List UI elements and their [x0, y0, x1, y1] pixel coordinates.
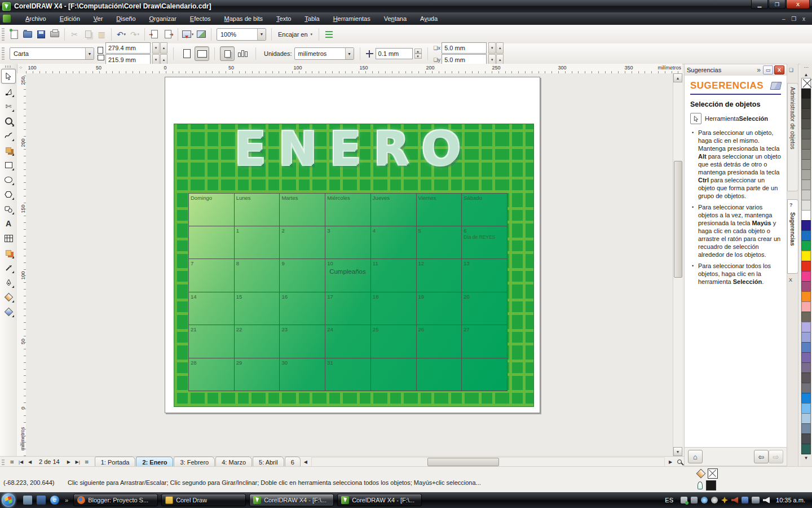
back-button[interactable]: ⇦	[754, 450, 769, 463]
restore-button[interactable]: ❐	[769, 0, 785, 9]
home-button[interactable]: ⌂	[688, 450, 703, 463]
first-page-button[interactable]: |◀	[16, 458, 25, 466]
color-swatch[interactable]	[801, 251, 811, 261]
color-swatch[interactable]	[801, 281, 811, 292]
color-swatch[interactable]	[801, 383, 811, 393]
smart-fill-tool[interactable]	[2, 143, 15, 157]
globe-icon[interactable]	[701, 497, 708, 503]
hscroll-left-arrow[interactable]: ◀	[301, 458, 310, 466]
color-swatch[interactable]	[801, 291, 811, 302]
zoom-tool[interactable]	[2, 114, 15, 128]
menu-ver[interactable]: Ver	[87, 14, 110, 24]
table-tool[interactable]	[2, 231, 15, 245]
docker-chevron-icon[interactable]: »	[757, 66, 761, 74]
horizontal-ruler[interactable]: 100 50 0 50 100 150 200 250 300 350 milí…	[26, 64, 682, 74]
ellipse-tool[interactable]	[2, 173, 15, 186]
vertical-scrollbar[interactable]: ▲ ▼	[673, 73, 682, 456]
drawing-canvas[interactable]: ENERO Domingo Lunes Martes Miércoles Jue…	[26, 73, 673, 456]
minimize-button[interactable]: ▁	[751, 0, 768, 9]
new-button[interactable]	[8, 28, 20, 41]
menu-ventana[interactable]: Ventana	[377, 14, 413, 24]
current-page-button[interactable]	[236, 47, 249, 60]
add-page-start-button[interactable]: ⊞	[7, 458, 16, 466]
close-button[interactable]: X	[786, 0, 810, 9]
page-tab-portada[interactable]: 1: Portada	[95, 457, 136, 467]
palette-scroll-down[interactable]: ▼	[804, 456, 809, 461]
sound-manager-icon[interactable]	[731, 497, 738, 503]
save-button[interactable]	[35, 28, 47, 41]
color-swatch[interactable]	[801, 149, 811, 160]
color-swatch[interactable]	[801, 342, 811, 353]
freehand-tool[interactable]	[2, 129, 15, 142]
color-swatch[interactable]	[801, 98, 811, 109]
tab-close-icon[interactable]: X	[789, 277, 792, 283]
color-swatch[interactable]	[801, 322, 811, 332]
taskbar-button-corel-folder[interactable]: Corel Draw	[161, 494, 246, 506]
color-swatch[interactable]	[801, 169, 811, 180]
color-swatch[interactable]	[801, 108, 811, 119]
menu-mapas-de-bits[interactable]: Mapas de bits	[218, 14, 270, 24]
scroll-up-arrow[interactable]: ▲	[673, 73, 682, 82]
color-swatch[interactable]	[801, 210, 811, 221]
hscroll-right-arrow[interactable]: ▶	[666, 458, 675, 466]
add-page-end-button[interactable]: ⊞	[82, 458, 91, 466]
color-swatch[interactable]	[801, 230, 811, 241]
wand-icon[interactable]	[721, 497, 728, 503]
paper-type-combo[interactable]: Carta ▼	[10, 47, 94, 60]
polygon-tool[interactable]	[2, 187, 15, 201]
paste-button[interactable]: ▥	[95, 28, 108, 41]
snap-to-dropdown[interactable]: Encajar en ▾	[275, 31, 316, 38]
export-button[interactable]	[162, 28, 174, 41]
ruler-origin[interactable]	[17, 64, 27, 74]
duplicate-x-field[interactable]: 5.0 mm	[442, 42, 487, 54]
messenger-icon[interactable]	[711, 497, 718, 503]
tab-administrador-de-objetos[interactable]: Administrador de objetos	[787, 83, 798, 191]
color-swatch[interactable]	[801, 119, 811, 129]
pick-tool[interactable]	[1, 69, 16, 84]
blend-tool[interactable]	[2, 246, 15, 260]
page-tab-enero[interactable]: 2: Enero	[136, 457, 173, 467]
calendar-table[interactable]: Domingo Lunes Martes Miércoles Jueves Vi…	[188, 193, 508, 391]
previous-page-button[interactable]: ◀	[25, 458, 34, 466]
cut-button[interactable]: ✂	[68, 28, 81, 41]
color-swatch[interactable]	[801, 301, 811, 312]
color-swatch[interactable]	[801, 393, 811, 404]
show-desktop-icon[interactable]	[23, 496, 32, 505]
landscape-button[interactable]	[195, 46, 209, 61]
rectangle-tool[interactable]	[2, 158, 15, 172]
page-tab-abril[interactable]: 5: Abril	[253, 457, 284, 467]
zoom-dropdown-arrow[interactable]: ▼	[257, 29, 266, 40]
paper-width-field[interactable]: 279.4 mm	[105, 42, 151, 54]
crop-tool[interactable]: ✄	[2, 99, 15, 113]
quick-launch-overflow-icon[interactable]: »	[65, 497, 68, 503]
pagebar-grip[interactable]	[2, 458, 5, 465]
fill-tool[interactable]	[2, 290, 15, 304]
print-button[interactable]	[48, 28, 61, 41]
language-indicator[interactable]: ES	[665, 497, 673, 503]
start-button[interactable]	[2, 493, 15, 507]
color-swatch[interactable]	[801, 271, 811, 282]
units-combo[interactable]: milímetros ▼	[294, 47, 354, 60]
taskbar-clock[interactable]: 10:35 a.m.	[776, 497, 805, 503]
taskbar-button-coreldraw-2[interactable]: CorelDRAW X4 - [F:\...	[337, 494, 422, 506]
scroll-down-arrow[interactable]: ▼	[673, 447, 682, 456]
menu-efectos[interactable]: Efectos	[183, 14, 218, 24]
color-swatch[interactable]	[801, 240, 811, 251]
palette-flyout-button[interactable]: ⋯	[804, 65, 809, 70]
undo-button[interactable]: ↶▾	[115, 28, 127, 41]
interactive-fill-tool[interactable]	[2, 305, 15, 318]
color-swatch[interactable]	[801, 332, 811, 343]
menu-tabla[interactable]: Tabla	[298, 14, 326, 24]
palette-scroll-up[interactable]: ▲	[804, 72, 809, 77]
page-tab-6[interactable]: 6	[285, 457, 301, 467]
corel-online-button[interactable]	[195, 28, 208, 41]
docker-close-button[interactable]: X	[774, 65, 784, 75]
calendar-artwork[interactable]: ENERO Domingo Lunes Martes Miércoles Jue…	[174, 124, 534, 407]
eyedropper-tool[interactable]	[2, 261, 15, 274]
last-page-button[interactable]: ▶|	[73, 458, 82, 466]
page-tab-marzo[interactable]: 4: Marzo	[215, 457, 252, 467]
volume-icon[interactable]	[763, 497, 770, 503]
page-tab-febrero[interactable]: 3: Febrero	[174, 457, 215, 467]
docker-title-bar[interactable]: Sugerencias » ▭ X	[685, 64, 787, 76]
vertical-ruler[interactable]: 250 200 150 100 50 0 milímetros	[17, 73, 27, 456]
